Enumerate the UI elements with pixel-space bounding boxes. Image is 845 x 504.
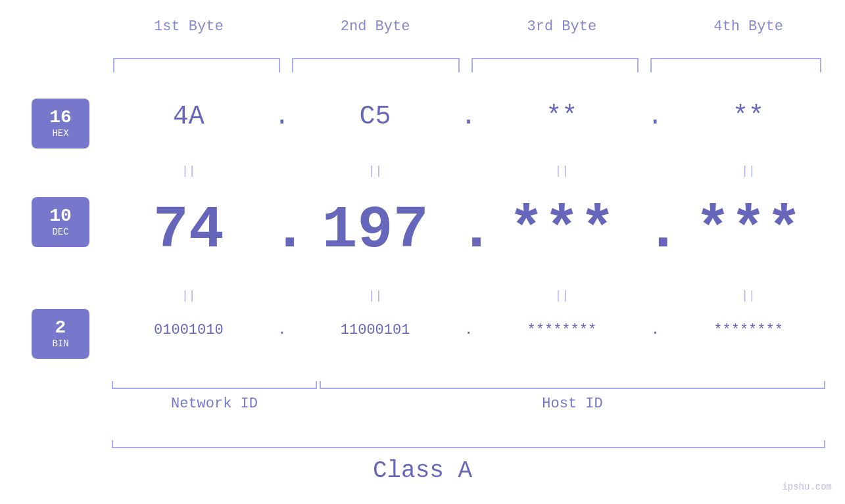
eq1: || bbox=[105, 164, 272, 177]
bin-dot-3: . bbox=[645, 322, 665, 338]
class-label: Class A bbox=[0, 457, 845, 484]
hex-b4: ** bbox=[665, 102, 832, 131]
eq6: || bbox=[292, 289, 459, 302]
dec-b1: 74 bbox=[105, 197, 272, 264]
hex-b1: 4A bbox=[105, 102, 272, 131]
hex-b2: C5 bbox=[292, 102, 459, 131]
bin-badge: 2 BIN bbox=[32, 309, 89, 359]
network-id-label: Network ID bbox=[112, 396, 317, 412]
col3-bracket bbox=[469, 58, 641, 72]
bin-row: 01001010 . 11000101 . ******** . *******… bbox=[105, 322, 832, 338]
byte-label-4: 4th Byte bbox=[665, 18, 832, 35]
eq2: || bbox=[292, 164, 459, 177]
col2-bracket bbox=[289, 58, 462, 72]
equals-dec-bin: || || || || bbox=[105, 289, 832, 302]
dec-row: 74 . 197 . *** . *** bbox=[105, 197, 832, 264]
dec-b2: 197 bbox=[292, 197, 459, 264]
watermark: ipshu.com bbox=[782, 482, 832, 492]
dec-dot-1: . bbox=[272, 197, 292, 264]
col4-bracket bbox=[648, 58, 824, 72]
hex-dot-1: . bbox=[272, 102, 292, 131]
byte-label-2: 2nd Byte bbox=[292, 18, 459, 35]
bin-b1: 01001010 bbox=[105, 322, 272, 338]
bin-b3: ******** bbox=[479, 322, 646, 338]
bin-dot-2: . bbox=[459, 322, 479, 338]
host-id-bracket: Host ID bbox=[320, 388, 825, 412]
eq5: || bbox=[105, 289, 272, 302]
class-bracket bbox=[112, 447, 825, 448]
col1-bracket bbox=[110, 58, 283, 72]
hex-row: 4A . C5 . ** . ** bbox=[105, 102, 832, 131]
bin-b2: 11000101 bbox=[292, 322, 459, 338]
host-id-label: Host ID bbox=[320, 396, 825, 412]
eq7: || bbox=[479, 289, 646, 302]
dec-dot-3: . bbox=[645, 197, 665, 264]
main-container: 1st Byte 2nd Byte 3rd Byte 4th Byte bbox=[0, 0, 845, 504]
network-id-bracket: Network ID bbox=[112, 388, 317, 412]
dec-b4: *** bbox=[665, 197, 832, 264]
dec-b3: *** bbox=[479, 197, 646, 264]
dec-dot-2: . bbox=[459, 197, 479, 264]
network-id-line bbox=[112, 388, 317, 389]
hex-badge: 16 HEX bbox=[32, 99, 89, 149]
byte-label-1: 1st Byte bbox=[105, 18, 272, 35]
eq8: || bbox=[665, 289, 832, 302]
byte-label-3: 3rd Byte bbox=[479, 18, 646, 35]
hex-dot-3: . bbox=[645, 102, 665, 131]
dec-badge: 10 DEC bbox=[32, 197, 89, 247]
equals-hex-dec: || || || || bbox=[105, 164, 832, 177]
eq4: || bbox=[665, 164, 832, 177]
byte-labels-row: 1st Byte 2nd Byte 3rd Byte 4th Byte bbox=[105, 18, 832, 35]
top-brackets bbox=[110, 58, 827, 72]
bin-dot-1: . bbox=[272, 322, 292, 338]
eq3: || bbox=[479, 164, 646, 177]
host-id-line bbox=[320, 388, 825, 389]
bin-b4: ******** bbox=[665, 322, 832, 338]
hex-b3: ** bbox=[479, 102, 646, 131]
hex-dot-2: . bbox=[459, 102, 479, 131]
